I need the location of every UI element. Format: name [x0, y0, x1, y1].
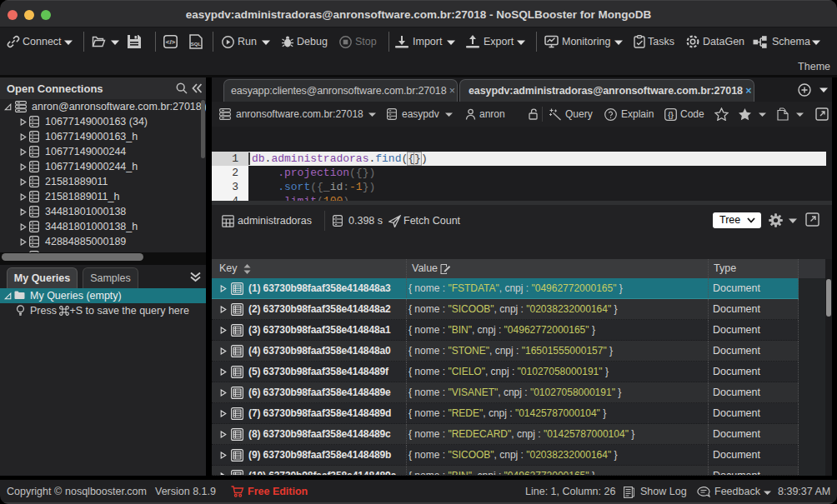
svg-text:{}: {} — [668, 111, 674, 119]
svg-text:</>: </> — [166, 38, 176, 46]
svg-text:SQL: SQL — [191, 42, 202, 47]
